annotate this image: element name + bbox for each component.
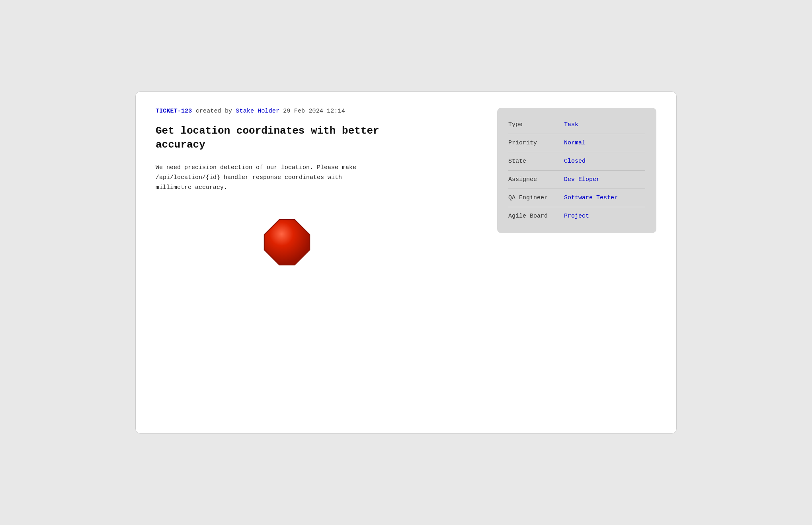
main-content: TICKET-123 created by Stake Holder 29 Fe… bbox=[156, 108, 481, 417]
ticket-header: TICKET-123 created by Stake Holder 29 Fe… bbox=[156, 108, 481, 115]
value-state[interactable]: Closed bbox=[564, 158, 586, 165]
info-row-priority: Priority Normal bbox=[508, 134, 645, 152]
ticket-date: 29 Feb 2024 12:14 bbox=[283, 108, 345, 115]
ticket-title: Get location coordinates with better acc… bbox=[156, 124, 426, 152]
value-priority[interactable]: Normal bbox=[564, 140, 586, 146]
stop-sign-container bbox=[156, 216, 418, 268]
value-qa-engineer[interactable]: Software Tester bbox=[564, 194, 618, 201]
ticket-description: We need precision detection of our locat… bbox=[156, 163, 418, 192]
label-priority: Priority bbox=[508, 140, 564, 146]
sidebar: Type Task Priority Normal State Closed A… bbox=[497, 108, 656, 417]
info-card: Type Task Priority Normal State Closed A… bbox=[497, 108, 656, 233]
stop-sign-icon bbox=[261, 216, 313, 268]
info-row-type: Type Task bbox=[508, 116, 645, 134]
ticket-author[interactable]: Stake Holder bbox=[236, 108, 283, 115]
label-type: Type bbox=[508, 121, 564, 128]
info-row-qa-engineer: QA Engineer Software Tester bbox=[508, 189, 645, 207]
info-row-assignee: Assignee Dev Eloper bbox=[508, 171, 645, 189]
ticket-id[interactable]: TICKET-123 bbox=[156, 108, 192, 115]
svg-marker-0 bbox=[264, 220, 310, 265]
label-state: State bbox=[508, 158, 564, 165]
info-row-state: State Closed bbox=[508, 152, 645, 171]
label-assignee: Assignee bbox=[508, 176, 564, 183]
value-type[interactable]: Task bbox=[564, 121, 578, 128]
info-row-agile-board: Agile Board Project bbox=[508, 207, 645, 225]
label-agile-board: Agile Board bbox=[508, 213, 564, 220]
page-container: TICKET-123 created by Stake Holder 29 Fe… bbox=[135, 91, 677, 434]
value-assignee[interactable]: Dev Eloper bbox=[564, 176, 600, 183]
label-qa-engineer: QA Engineer bbox=[508, 194, 564, 201]
value-agile-board[interactable]: Project bbox=[564, 213, 589, 220]
created-by-text: created by bbox=[196, 108, 232, 115]
